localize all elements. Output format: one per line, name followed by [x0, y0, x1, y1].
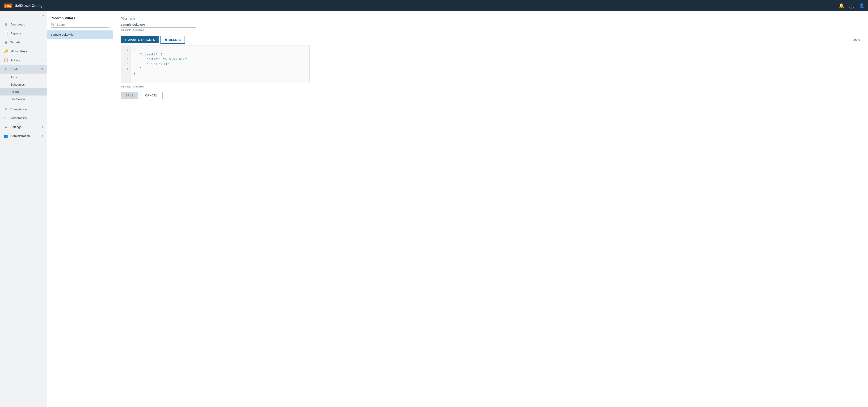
sidebar-item-config[interactable]: ⚙ Config ∨ — [0, 65, 47, 74]
chevron-right-icon: › — [42, 107, 43, 111]
line-number: 1 — [123, 47, 128, 53]
sidebar-collapse-button[interactable]: « — [42, 14, 44, 18]
chevron-right-icon: › — [42, 116, 43, 120]
sidebar-sub-label: Pillars — [10, 90, 19, 94]
sidebar-item-label: Settings — [10, 125, 22, 129]
json-dropdown[interactable]: JSON ∨ — [849, 38, 861, 42]
sidebar-item-label: Config — [10, 67, 19, 71]
chevron-right-icon: › — [42, 134, 43, 137]
chevron-right-icon: › — [42, 125, 43, 129]
sidebar-sub-label: Schedules — [10, 83, 25, 86]
sidebar-item-label: Vulnerability — [10, 116, 27, 120]
code-line: "dokuwiki": { — [133, 53, 307, 57]
sidebar-item-file-server[interactable]: File Server — [0, 96, 47, 103]
sidebar-sub-label: Jobs — [10, 75, 17, 79]
field-required-msg: This field is required — [121, 29, 861, 31]
chevron-right-icon: › — [42, 59, 43, 62]
chevron-down-icon: ∨ — [41, 67, 43, 71]
sidebar-item-activity[interactable]: 📋 Activity › — [0, 56, 47, 65]
sidebar-item-label: Reports — [10, 32, 21, 35]
delete-icon: 🗑 — [164, 38, 167, 41]
user-icon[interactable]: 👤 — [859, 3, 864, 8]
sidebar-item-schedules[interactable]: Schedules — [0, 81, 47, 88]
pillar-list: sample dokuwiki — [47, 30, 113, 407]
pillar-name-input[interactable] — [121, 22, 196, 28]
sidebar-item-jobs[interactable]: Jobs — [0, 74, 47, 81]
line-number: 4 — [123, 62, 128, 67]
top-nav: vmw SaltStack Config 🔔 ? 👤 — [0, 0, 868, 11]
sidebar-item-label: Activity — [10, 59, 20, 62]
activity-icon: 📋 — [4, 58, 8, 62]
sidebar-sub-label: File Server — [10, 97, 25, 101]
sidebar-item-label: Dashboard — [10, 23, 26, 26]
reports-icon: 📊 — [4, 31, 8, 35]
help-icon[interactable]: ? — [849, 3, 854, 8]
search-icon: 🔍 — [51, 23, 55, 26]
delete-button[interactable]: 🗑 DELETE — [160, 36, 185, 44]
sidebar-item-reports[interactable]: 📊 Reports — [0, 29, 47, 38]
dashboard-icon: ⊞ — [4, 22, 8, 26]
minion-keys-icon: 🔑 — [4, 49, 8, 53]
vulnerability-icon: 🛡 — [4, 116, 8, 120]
left-panel: Search Pillars 🔍 sample dokuwiki — [47, 11, 113, 407]
sidebar-item-pillars[interactable]: Pillars — [0, 88, 47, 96]
search-input[interactable] — [57, 23, 109, 26]
code-line: { — [133, 47, 307, 53]
chevron-down-icon: ∨ — [858, 38, 861, 42]
editor-toolbar: » UPDATE TARGETS 🗑 DELETE JSON ∨ — [121, 36, 861, 44]
json-label: JSON — [849, 38, 857, 42]
line-number: 6 — [123, 71, 128, 76]
update-targets-label: UPDATE TARGETS — [128, 38, 155, 41]
sidebar-item-label: Targets — [10, 40, 21, 44]
code-line: "url": "wiki" — [133, 62, 307, 67]
targets-icon: ◎ — [4, 40, 8, 44]
compliance-icon: ✓ — [4, 107, 8, 111]
update-targets-icon: » — [125, 38, 126, 41]
sidebar-item-targets[interactable]: ◎ Targets — [0, 38, 47, 47]
pillar-name-label: Pillar name — [121, 17, 861, 20]
update-targets-button[interactable]: » UPDATE TARGETS — [121, 36, 159, 43]
search-box: 🔍 — [51, 23, 109, 28]
sidebar-item-compliance[interactable]: ✓ Compliance › — [0, 105, 47, 114]
cancel-button[interactable]: CANCEL — [140, 92, 163, 99]
sidebar: « ⊞ Dashboard 📊 Reports ◎ Targets 🔑 Mini… — [0, 11, 47, 407]
code-line: } — [133, 71, 307, 76]
code-required-msg: This field is required — [121, 85, 861, 88]
sidebar-item-administration[interactable]: 👥 Administration › — [0, 131, 47, 140]
code-editor[interactable]: 1 2 3 4 5 6 { "dokuwiki": { "title": "My… — [121, 45, 310, 83]
code-gutter: 1 2 3 4 5 6 — [121, 46, 130, 83]
bottom-actions: SAVE CANCEL — [121, 92, 861, 99]
code-line: "title": "My Super Wiki", — [133, 57, 307, 62]
line-number: 3 — [123, 57, 128, 62]
line-number: 2 — [123, 53, 128, 57]
sidebar-item-dashboard[interactable]: ⊞ Dashboard — [0, 20, 47, 29]
right-panel: Pillar name This field is required » UPD… — [113, 11, 868, 407]
sidebar-item-settings[interactable]: ⚙ Settings › — [0, 123, 47, 131]
save-button[interactable]: SAVE — [121, 92, 138, 99]
code-content[interactable]: { "dokuwiki": { "title": "My Super Wiki"… — [130, 46, 309, 83]
administration-icon: 👥 — [4, 134, 8, 138]
code-line: } — [133, 67, 307, 71]
sidebar-item-minion-keys[interactable]: 🔑 Minion Keys › — [0, 47, 47, 56]
line-number: 5 — [123, 67, 128, 71]
config-icon: ⚙ — [4, 67, 8, 71]
sidebar-item-vulnerability[interactable]: 🛡 Vulnerability › — [0, 114, 47, 123]
sidebar-item-label: Administration — [10, 134, 30, 138]
vmw-logo: vmw — [4, 4, 12, 8]
sidebar-item-label: Compliance — [10, 107, 27, 111]
app-title: SaltStack Config — [14, 4, 42, 8]
delete-label: DELETE — [169, 38, 181, 41]
pillar-item[interactable]: sample dokuwiki — [47, 30, 113, 39]
settings-icon: ⚙ — [4, 125, 8, 129]
left-panel-title: Search Pillars — [47, 11, 113, 23]
notification-icon[interactable]: 🔔 — [839, 3, 844, 8]
sidebar-item-label: Minion Keys — [10, 49, 27, 53]
chevron-right-icon: › — [42, 49, 43, 53]
content-area: Search Pillars 🔍 sample dokuwiki Pillar … — [47, 11, 868, 407]
